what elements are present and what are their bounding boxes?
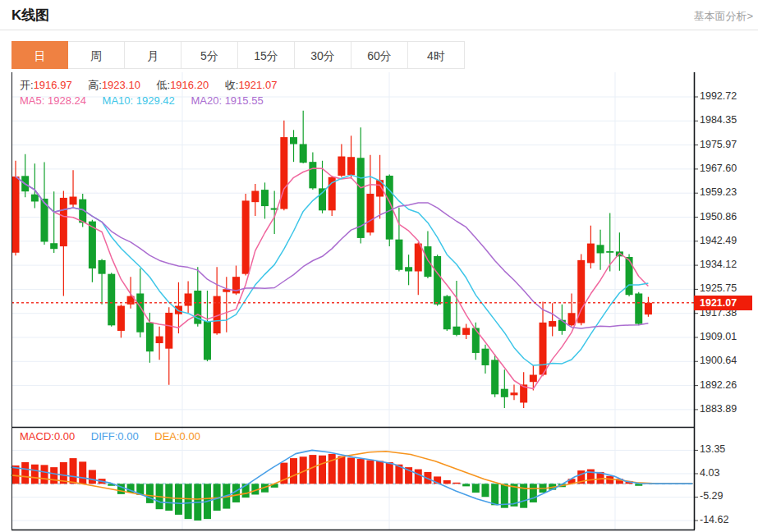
low-label: 低: <box>157 79 171 91</box>
open-label: 开: <box>20 79 34 91</box>
price-axis-label: 1992.72 <box>700 90 737 102</box>
price-axis-label: 1925.75 <box>700 282 737 294</box>
ma10-label: MA10: <box>103 94 134 107</box>
ma20-label: MA20: <box>191 94 222 107</box>
open-value: 1916.97 <box>34 79 72 91</box>
ma10-value: 1929.42 <box>136 94 175 107</box>
ma20-value: 1915.55 <box>225 94 264 107</box>
macd-label: MACD: <box>20 430 54 443</box>
dea-value: 0.00 <box>180 430 200 443</box>
price-axis-label: 1942.49 <box>700 235 737 246</box>
close-value: 1921.07 <box>238 79 277 91</box>
price-axis-label: 1975.97 <box>700 139 737 150</box>
price-axis-label: 1950.86 <box>700 211 737 222</box>
macd-axis-label: 4.03 <box>700 467 719 479</box>
price-axis-label: 1883.89 <box>700 403 737 415</box>
close-label: 收: <box>225 79 239 91</box>
ma5-label: MA5: <box>20 94 44 107</box>
macd-axis-label: -5.29 <box>700 490 724 502</box>
ma5-value: 1928.24 <box>48 94 86 107</box>
macd-value: 0.00 <box>54 430 75 443</box>
macd-readout: MACD:0.00 DIFF:0.00 DEA:0.00 <box>20 430 214 443</box>
diff-value: 0.00 <box>117 430 138 443</box>
high-label: 高: <box>88 79 102 91</box>
diff-label: DIFF: <box>91 430 118 443</box>
price-axis-label: 1900.64 <box>700 355 737 366</box>
last-price-badge: 1921.07 <box>694 296 752 310</box>
low-value: 1916.20 <box>170 79 209 91</box>
macd-axis-label: 13.35 <box>700 443 725 455</box>
kline-page: K线图 基本面分析> 日 周 月 5分 15分 30分 60分 4时 开:191… <box>0 0 758 532</box>
high-value: 1923.10 <box>102 79 140 91</box>
ohlc-readout: 开:1916.97 高:1923.10 低:1916.20 收:1921.07 <box>20 78 290 93</box>
ma-readout: MA5: 1928.24 MA10: 1929.42 MA20: 1915.55 <box>20 94 277 107</box>
price-axis-label: 1909.01 <box>700 331 737 342</box>
macd-axis-label: -14.62 <box>700 514 728 525</box>
price-axis-label: 1959.23 <box>700 186 737 198</box>
price-axis-label: 1967.60 <box>700 163 737 174</box>
dea-label: DEA: <box>154 430 179 443</box>
price-axis-label: 1892.26 <box>700 379 737 391</box>
price-axis-label: 1984.35 <box>700 114 737 126</box>
price-axis-label: 1934.12 <box>700 259 737 270</box>
